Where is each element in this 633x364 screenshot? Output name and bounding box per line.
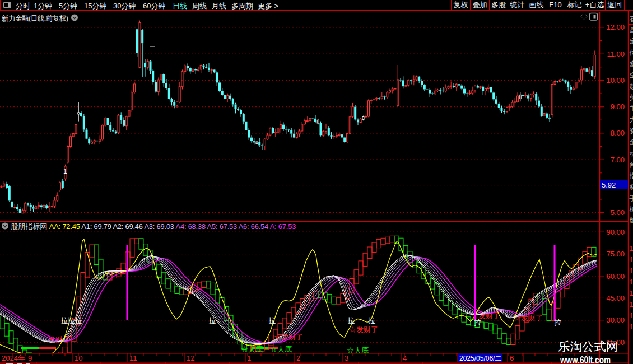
svg-text:3: 3: [345, 354, 348, 362]
svg-text:空: 空: [630, 71, 633, 79]
svg-text:势: 势: [630, 94, 633, 101]
svg-text:4: 4: [403, 354, 407, 362]
svg-text:拉: 拉: [268, 316, 276, 325]
svg-text:1: 1: [247, 354, 251, 362]
svg-text:金: 金: [629, 138, 633, 146]
svg-text:资: 资: [630, 127, 633, 135]
svg-text:拉: 拉: [67, 316, 75, 325]
svg-text:1: 1: [63, 167, 67, 175]
svg-text:版: 版: [630, 217, 633, 225]
svg-text:12.00: 12.00: [606, 23, 625, 31]
svg-text:30.00: 30.00: [606, 316, 625, 324]
svg-text:12: 12: [187, 354, 194, 362]
svg-text:向: 向: [630, 161, 633, 169]
svg-text:1: 1: [630, 301, 633, 309]
svg-text:拉: 拉: [347, 316, 355, 325]
svg-text:手: 手: [630, 194, 633, 202]
svg-text:拉: 拉: [554, 318, 561, 326]
svg-text:11: 11: [129, 354, 137, 362]
svg-text:www.60lt.com: www.60lt.com: [560, 354, 611, 364]
svg-text:5.92: 5.92: [602, 181, 616, 189]
svg-text:☆大底: ☆大底: [241, 345, 263, 353]
svg-text:9: 9: [28, 354, 32, 362]
svg-text:2025/05/06/二: 2025/05/06/二: [459, 354, 501, 362]
svg-text:盘: 盘: [630, 26, 633, 34]
svg-text:1: 1: [630, 290, 633, 297]
svg-text:☆发财了: ☆发财了: [349, 325, 378, 334]
svg-text:位: 位: [630, 49, 633, 57]
svg-text:10.00: 10.00: [606, 76, 625, 85]
svg-text:拉: 拉: [208, 316, 216, 325]
svg-text:定: 定: [630, 38, 633, 45]
svg-text:6: 6: [510, 354, 514, 362]
svg-text:看: 看: [629, 15, 633, 23]
svg-text:发财了: 发财了: [48, 335, 70, 344]
svg-text:8.00: 8.00: [611, 129, 625, 137]
svg-text:拉: 拉: [75, 316, 82, 325]
svg-text:1: 1: [630, 267, 633, 275]
svg-text:机: 机: [629, 206, 633, 213]
svg-text:45.00: 45.00: [606, 294, 625, 302]
svg-text:1: 1: [630, 323, 633, 331]
svg-text:动: 动: [630, 150, 633, 157]
svg-text:多: 多: [630, 60, 633, 68]
svg-text:力: 力: [630, 116, 633, 124]
svg-text:5.00: 5.00: [611, 208, 625, 217]
svg-text:2024年: 2024年: [2, 354, 25, 362]
svg-text:乐淘公式网: 乐淘公式网: [558, 340, 618, 353]
svg-text:11.00: 11.00: [607, 50, 625, 58]
svg-text:☆大底: ☆大底: [270, 345, 292, 353]
svg-text:7.00: 7.00: [611, 156, 625, 164]
svg-text:75.00: 75.00: [606, 250, 625, 258]
svg-text:标: 标: [630, 183, 633, 191]
svg-text:1: 1: [630, 256, 633, 264]
svg-text:主: 主: [630, 105, 633, 113]
svg-text:10: 10: [75, 354, 82, 362]
svg-text:1: 1: [630, 312, 633, 320]
svg-text:股朋指标网 AA: 72.45 A1: 69.79 A2:: 股朋指标网 AA: 72.45 A1: 69.79 A2: 69.46 A3: …: [11, 222, 296, 231]
svg-text:指: 指: [629, 172, 633, 180]
svg-text:拉: 拉: [474, 318, 481, 326]
svg-text:拉: 拉: [368, 316, 375, 325]
svg-text:新力金融(日线.前复权): 新力金融(日线.前复权): [2, 15, 68, 22]
svg-text:1: 1: [630, 278, 633, 286]
svg-text:60.00: 60.00: [606, 272, 625, 281]
svg-text:90.00: 90.00: [606, 228, 625, 236]
svg-text:趋: 趋: [630, 82, 633, 90]
svg-text:2: 2: [296, 354, 300, 362]
svg-text:1: 1: [630, 245, 633, 253]
svg-text:9.00: 9.00: [611, 102, 625, 111]
